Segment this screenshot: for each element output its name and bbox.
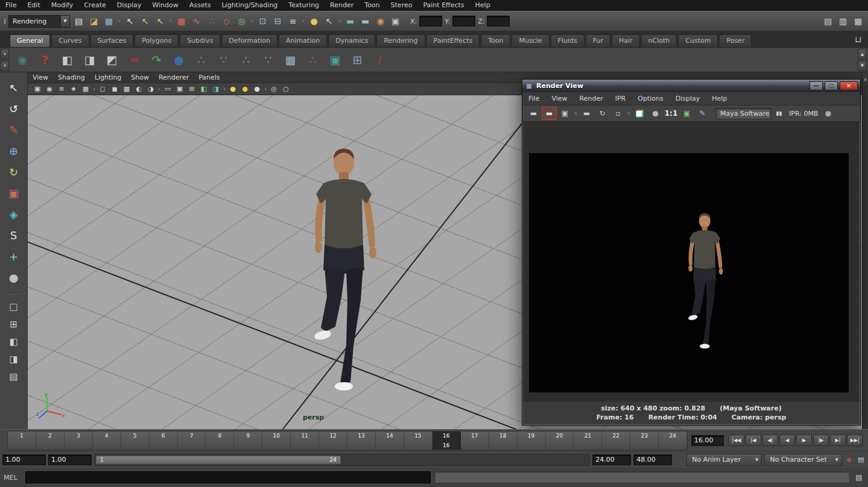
minimize-button[interactable]: — [809, 81, 823, 90]
collapsed-panel-edge[interactable]: × [862, 72, 868, 429]
menu-file[interactable]: File [0, 0, 22, 11]
script-editor-icon[interactable]: ▤ [854, 471, 864, 483]
sculpt-knife-icon[interactable]: / [369, 49, 390, 71]
xray-icon[interactable]: ○ [280, 84, 292, 95]
default-material-icon[interactable]: ● [227, 84, 239, 95]
field-chart-icon[interactable]: ⊞ [186, 84, 198, 95]
shelf-tab-dynamics[interactable]: Dynamics [328, 34, 375, 47]
frame-10[interactable]: 10 [262, 432, 291, 450]
status-line-grip[interactable]: ❙ [2, 14, 7, 28]
save-scene-icon[interactable]: ▦ [101, 13, 116, 29]
shelf-tab-rendering[interactable]: Rendering [376, 34, 425, 47]
command-result[interactable] [434, 471, 850, 483]
step-back-key-button[interactable]: |◀ [746, 435, 761, 446]
step-forward-frame-button[interactable]: |▶ [813, 435, 829, 446]
range-track[interactable]: 1 24 [94, 454, 590, 466]
safe-title-icon[interactable]: ◨ [210, 84, 222, 95]
shadow-sphere-icon[interactable]: ● [251, 84, 263, 95]
menu-toon[interactable]: Toon [359, 0, 385, 11]
frame-11[interactable]: 11 [291, 432, 319, 450]
rv-menu-view[interactable]: View [545, 92, 573, 105]
panel-menu-lighting[interactable]: Lighting [90, 72, 126, 83]
shaded-sphere-icon[interactable]: ● [168, 49, 189, 71]
menu-edit[interactable]: Edit [22, 0, 45, 11]
smooth-shade-icon[interactable]: ◼ [109, 84, 121, 95]
panel-menu-renderer[interactable]: Renderer [154, 72, 194, 83]
motion-path-icon[interactable]: ↷ [146, 49, 167, 71]
shelf-scroll-up-button[interactable]: ▲ [858, 49, 867, 60]
ipr-render-icon[interactable]: ▬ [579, 107, 594, 120]
rv-menu-help[interactable]: Help [706, 92, 733, 105]
use-lights-icon[interactable]: ◐ [133, 84, 145, 95]
frame-1[interactable]: 1 [8, 432, 36, 450]
maximize-button[interactable]: □ [825, 81, 838, 90]
select-object-icon[interactable]: ↖ [138, 13, 153, 29]
universal-manipulator-tool[interactable]: ◈ [3, 204, 25, 225]
frame-22[interactable]: 22 [602, 432, 630, 450]
menu-paint-effects[interactable]: Paint Effects [417, 0, 469, 11]
anim-layer-selector[interactable]: No Anim Layer▼ [686, 454, 762, 466]
alpha-channel-icon[interactable]: ● [648, 107, 663, 120]
move-tool[interactable]: ⊕ [3, 140, 25, 162]
isolate-select-icon[interactable]: ◎ [268, 84, 280, 95]
new-scene-icon[interactable]: ▤ [71, 13, 86, 29]
close-button[interactable]: × [840, 81, 858, 90]
shelf-tab-surfaces[interactable]: Surfaces [90, 34, 134, 47]
frame-18[interactable]: 18 [489, 432, 518, 450]
step-back-frame-button[interactable]: ◀| [762, 435, 778, 446]
frame-4[interactable]: 4 [93, 432, 121, 450]
show-manipulator-tool[interactable]: + [3, 246, 25, 267]
play-backwards-button[interactable]: ◀ [779, 435, 795, 446]
frame-9[interactable]: 9 [234, 432, 262, 450]
shelf-tab-deformation[interactable]: Deformation [221, 34, 277, 47]
resolution-gate-icon[interactable]: ▭ [162, 84, 174, 95]
poly-group-icon[interactable]: ⊞ [347, 49, 368, 71]
frame-16[interactable]: 1616 [432, 432, 461, 450]
rv-menu-ipr[interactable]: IPR [609, 92, 632, 105]
panel-menu-show[interactable]: Show [126, 72, 154, 83]
rv-menu-render[interactable]: Render [574, 92, 609, 105]
shelf-tab-hair[interactable]: Hair [612, 34, 640, 47]
render-settings-icon[interactable]: ▣ [388, 13, 403, 29]
menu-display[interactable]: Display [112, 0, 147, 11]
select-tool[interactable]: ↖ [3, 77, 25, 98]
container-icon[interactable]: ▣ [325, 49, 346, 71]
menu-window[interactable]: Window [147, 0, 183, 11]
render-globe-icon[interactable]: ◉ [12, 49, 33, 71]
frame-8[interactable]: 8 [206, 432, 234, 450]
shelf-tab-painteffects[interactable]: PaintEffects [426, 34, 480, 47]
shadows-icon[interactable]: ◑ [145, 84, 157, 95]
channel-box-toggle-icon[interactable]: ▦ [851, 13, 866, 29]
frame-14[interactable]: 14 [376, 432, 404, 450]
create-camera-aim-up-icon[interactable]: ◩ [101, 49, 122, 71]
frame-15[interactable]: 15 [404, 432, 432, 450]
go-to-end-button[interactable]: ▶▶| [847, 435, 863, 446]
current-time-field[interactable] [691, 435, 724, 446]
set-driven-key-icon[interactable]: ∴ [302, 49, 323, 71]
menu-help[interactable]: Help [470, 0, 496, 11]
frame-5[interactable]: 5 [121, 432, 150, 450]
menu-modify[interactable]: Modify [46, 0, 78, 11]
create-camera-icon[interactable]: ◧ [57, 49, 78, 71]
snap-point-icon[interactable]: ∴ [204, 13, 219, 29]
shelf-tab-muscle[interactable]: Muscle [512, 34, 549, 47]
shelf-tab-menu-button[interactable]: ▾ [1, 61, 9, 72]
menu-render[interactable]: Render [325, 0, 359, 11]
playback-range-bar[interactable]: 1 24 [96, 456, 341, 464]
shelf-tab-curves[interactable]: Curves [51, 34, 89, 47]
edit-render-icon[interactable]: ✎ [695, 107, 710, 120]
safe-action-icon[interactable]: ◧ [198, 84, 210, 95]
go-to-start-button[interactable]: |◀◀ [729, 435, 744, 446]
command-input[interactable] [25, 471, 431, 483]
dag-parent-icon[interactable]: ∴ [235, 49, 256, 71]
shelf-tab-ncloth[interactable]: nCloth [641, 34, 677, 47]
character-set-selector[interactable]: No Character Set▼ [764, 454, 841, 466]
shelf-delete-icon[interactable]: ⊔ [851, 31, 866, 47]
one-to-one-button[interactable]: 1:1 [664, 107, 679, 120]
time-slider-ruler[interactable]: 1234567891011121314151616171819202122232… [7, 431, 688, 450]
snapshot-icon[interactable]: ▣ [557, 107, 572, 120]
rotate-tool[interactable]: ↻ [3, 162, 25, 183]
shelf-tab-polygons[interactable]: Polygons [135, 34, 179, 47]
render-icon[interactable]: ▬ [526, 107, 541, 120]
shelf-tab-poser[interactable]: Poser [719, 34, 752, 47]
